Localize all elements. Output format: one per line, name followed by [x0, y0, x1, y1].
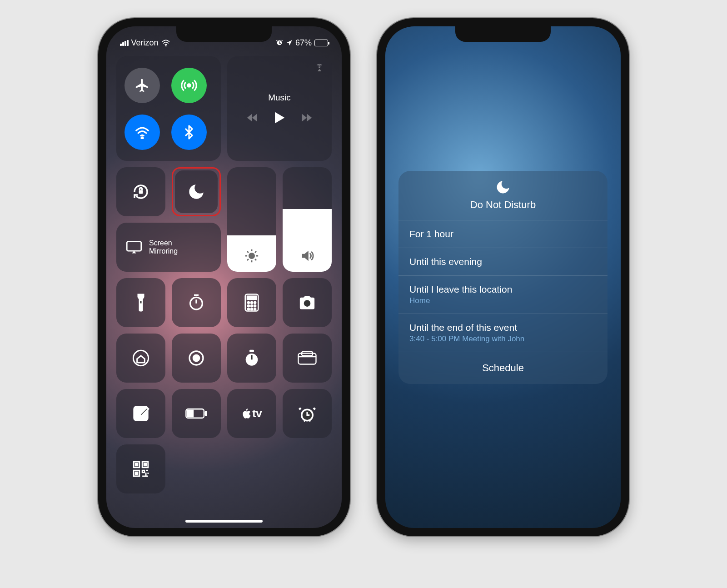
screen-control-center: Verizon 67% [106, 26, 342, 528]
qr-code-button[interactable] [116, 444, 165, 493]
screen-mirroring-icon [125, 240, 143, 254]
dnd-schedule-button[interactable]: Schedule [398, 352, 607, 384]
dnd-panel: Do Not Disturb For 1 hour Until this eve… [398, 171, 607, 384]
svg-point-13 [254, 302, 256, 304]
dnd-option-label: Until I leave this location [409, 284, 597, 295]
dnd-option-label: For 1 hour [409, 229, 597, 239]
music-tile[interactable]: Music [227, 56, 332, 161]
status-left: Verizon [120, 38, 170, 48]
battery-icon [314, 40, 328, 46]
svg-point-19 [254, 308, 256, 310]
status-bar: Verizon 67% [106, 26, 342, 51]
status-right: 67% [276, 38, 328, 48]
connectivity-tile[interactable] [116, 56, 221, 161]
brightness-icon [244, 248, 259, 264]
timer-button[interactable] [172, 278, 221, 327]
low-power-button[interactable] [172, 389, 221, 438]
svg-point-20 [304, 300, 311, 307]
stopwatch-button[interactable] [227, 334, 276, 383]
svg-rect-37 [135, 463, 138, 466]
screen-mirroring-label: Screen Mirroring [149, 239, 178, 256]
wifi-icon [161, 39, 170, 46]
svg-rect-26 [299, 354, 316, 364]
next-track-button[interactable] [300, 113, 313, 123]
home-button[interactable] [116, 334, 165, 383]
svg-point-18 [251, 308, 253, 310]
dnd-option-evening[interactable]: Until this evening [398, 248, 607, 276]
flashlight-button[interactable] [116, 278, 165, 327]
phone-right: Do Not Disturb For 1 hour Until this eve… [377, 18, 629, 536]
svg-point-16 [254, 305, 256, 307]
dnd-title: Do Not Disturb [398, 199, 607, 211]
dnd-schedule-label: Schedule [482, 362, 524, 374]
svg-point-3 [319, 67, 320, 68]
orientation-lock-toggle[interactable] [116, 167, 165, 216]
dnd-option-sub: Home [409, 296, 597, 305]
svg-point-1 [188, 84, 190, 86]
previous-track-button[interactable] [246, 113, 259, 123]
svg-point-2 [141, 137, 143, 139]
svg-rect-39 [135, 472, 138, 474]
media-controls [246, 111, 313, 125]
play-button[interactable] [274, 111, 285, 125]
dnd-option-label: Until the end of this event [409, 322, 597, 333]
dnd-option-leave-location[interactable]: Until I leave this location Home [398, 276, 607, 314]
do-not-disturb-toggle[interactable] [172, 167, 221, 216]
moon-icon [187, 182, 206, 201]
svg-point-5 [249, 253, 254, 258]
svg-point-17 [248, 308, 249, 310]
brightness-slider[interactable] [227, 167, 276, 272]
svg-point-23 [193, 355, 199, 361]
svg-rect-7 [140, 301, 142, 304]
dnd-header: Do Not Disturb [398, 171, 607, 220]
volume-slider[interactable] [283, 167, 332, 272]
svg-point-12 [251, 302, 253, 304]
screen-record-button[interactable] [172, 334, 221, 383]
notes-button[interactable] [116, 389, 165, 438]
dnd-option-sub: 3:40 - 5:00 PM Meeting with John [409, 334, 597, 344]
cellular-data-toggle[interactable] [171, 68, 207, 103]
wallet-button[interactable] [283, 334, 332, 383]
alarm-icon [276, 39, 283, 46]
svg-rect-10 [247, 296, 256, 299]
svg-rect-4 [139, 190, 143, 194]
apple-tv-button[interactable]: tv [227, 389, 276, 438]
screen-mirroring-button[interactable]: Screen Mirroring [116, 223, 221, 272]
bluetooth-toggle[interactable] [171, 115, 207, 150]
home-indicator[interactable] [185, 520, 263, 523]
calculator-button[interactable] [227, 278, 276, 327]
svg-rect-25 [249, 350, 254, 352]
airplay-icon [314, 63, 324, 73]
svg-rect-31 [187, 410, 193, 417]
music-source-label: Music [268, 93, 291, 103]
carrier-label: Verizon [131, 38, 159, 48]
svg-point-14 [248, 305, 249, 307]
svg-rect-38 [144, 463, 146, 466]
svg-rect-6 [127, 241, 141, 251]
camera-button[interactable] [283, 278, 332, 327]
svg-point-21 [133, 350, 148, 365]
airplane-mode-toggle[interactable] [124, 68, 160, 103]
phone-left: Verizon 67% [98, 18, 350, 536]
wifi-toggle[interactable] [124, 115, 160, 150]
dnd-option-label: Until this evening [409, 256, 597, 267]
alarm-button[interactable] [283, 389, 332, 438]
moon-icon [495, 179, 511, 195]
svg-point-11 [248, 302, 249, 304]
battery-pct-label: 67% [295, 38, 312, 48]
location-icon [286, 40, 293, 46]
screen-dnd-menu: Do Not Disturb For 1 hour Until this eve… [385, 26, 621, 528]
svg-point-15 [251, 305, 253, 307]
cellular-signal-icon [120, 40, 129, 46]
apple-logo-icon [241, 408, 251, 419]
svg-point-0 [165, 45, 166, 46]
dnd-option-1hour[interactable]: For 1 hour [398, 220, 607, 248]
volume-icon [299, 248, 315, 264]
svg-rect-30 [205, 412, 207, 415]
dnd-option-end-event[interactable]: Until the end of this event 3:40 - 5:00 … [398, 314, 607, 352]
control-center-grid: Music [106, 51, 342, 499]
